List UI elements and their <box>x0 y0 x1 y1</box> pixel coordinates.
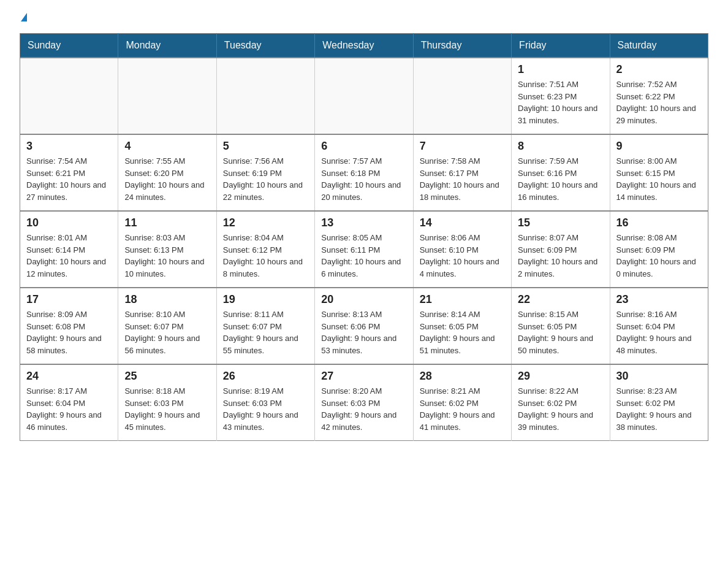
day-info: Sunrise: 8:21 AMSunset: 6:02 PMDaylight:… <box>420 385 505 433</box>
day-number: 23 <box>616 293 702 306</box>
calendar-cell <box>216 58 314 134</box>
calendar-cell: 9Sunrise: 8:00 AMSunset: 6:15 PMDaylight… <box>610 134 708 211</box>
day-info: Sunrise: 8:01 AMSunset: 6:14 PMDaylight:… <box>26 232 112 280</box>
calendar-cell: 8Sunrise: 7:59 AMSunset: 6:16 PMDaylight… <box>512 134 610 211</box>
day-number: 27 <box>321 370 406 383</box>
page-header <box>20 15 708 23</box>
day-number: 29 <box>518 370 603 383</box>
calendar-cell <box>315 58 413 134</box>
day-number: 16 <box>616 216 702 229</box>
day-info: Sunrise: 8:00 AMSunset: 6:15 PMDaylight:… <box>616 155 702 203</box>
day-number: 20 <box>321 293 406 306</box>
calendar-cell: 2Sunrise: 7:52 AMSunset: 6:22 PMDaylight… <box>610 58 708 134</box>
calendar-cell: 4Sunrise: 7:55 AMSunset: 6:20 PMDaylight… <box>118 134 216 211</box>
calendar-cell: 3Sunrise: 7:54 AMSunset: 6:21 PMDaylight… <box>20 134 118 211</box>
weekday-header-sunday: Sunday <box>20 34 118 58</box>
calendar-cell: 19Sunrise: 8:11 AMSunset: 6:07 PMDayligh… <box>216 288 314 364</box>
day-info: Sunrise: 8:22 AMSunset: 6:02 PMDaylight:… <box>518 385 603 433</box>
day-number: 11 <box>124 216 210 229</box>
calendar-cell: 29Sunrise: 8:22 AMSunset: 6:02 PMDayligh… <box>512 364 610 441</box>
day-number: 30 <box>616 370 702 383</box>
day-info: Sunrise: 8:04 AMSunset: 6:12 PMDaylight:… <box>223 232 308 280</box>
day-number: 26 <box>223 370 308 383</box>
logo-triangle-icon <box>21 13 27 21</box>
calendar-cell: 24Sunrise: 8:17 AMSunset: 6:04 PMDayligh… <box>20 364 118 441</box>
weekday-header-friday: Friday <box>512 34 610 58</box>
day-info: Sunrise: 8:18 AMSunset: 6:03 PMDaylight:… <box>124 385 210 433</box>
day-info: Sunrise: 8:08 AMSunset: 6:09 PMDaylight:… <box>616 232 702 280</box>
day-info: Sunrise: 7:55 AMSunset: 6:20 PMDaylight:… <box>124 155 210 203</box>
calendar-week-row: 24Sunrise: 8:17 AMSunset: 6:04 PMDayligh… <box>20 364 708 441</box>
day-info: Sunrise: 8:16 AMSunset: 6:04 PMDaylight:… <box>616 308 702 356</box>
day-info: Sunrise: 7:59 AMSunset: 6:16 PMDaylight:… <box>518 155 603 203</box>
day-info: Sunrise: 7:54 AMSunset: 6:21 PMDaylight:… <box>26 155 112 203</box>
calendar-cell: 13Sunrise: 8:05 AMSunset: 6:11 PMDayligh… <box>315 211 413 288</box>
calendar-cell: 17Sunrise: 8:09 AMSunset: 6:08 PMDayligh… <box>20 288 118 364</box>
day-number: 28 <box>420 370 505 383</box>
day-info: Sunrise: 8:03 AMSunset: 6:13 PMDaylight:… <box>124 232 210 280</box>
calendar-cell: 6Sunrise: 7:57 AMSunset: 6:18 PMDaylight… <box>315 134 413 211</box>
day-info: Sunrise: 8:20 AMSunset: 6:03 PMDaylight:… <box>321 385 406 433</box>
day-number: 6 <box>321 140 406 153</box>
day-number: 14 <box>420 216 505 229</box>
day-number: 12 <box>223 216 308 229</box>
day-number: 17 <box>26 293 112 306</box>
day-info: Sunrise: 8:10 AMSunset: 6:07 PMDaylight:… <box>124 308 210 356</box>
day-info: Sunrise: 7:52 AMSunset: 6:22 PMDaylight:… <box>616 79 702 126</box>
calendar-cell: 21Sunrise: 8:14 AMSunset: 6:05 PMDayligh… <box>413 288 511 364</box>
calendar-cell: 15Sunrise: 8:07 AMSunset: 6:09 PMDayligh… <box>512 211 610 288</box>
day-number: 1 <box>518 63 603 76</box>
weekday-header-wednesday: Wednesday <box>315 34 413 58</box>
day-number: 7 <box>420 140 505 153</box>
calendar-week-row: 1Sunrise: 7:51 AMSunset: 6:23 PMDaylight… <box>20 58 708 134</box>
calendar-cell <box>20 58 118 134</box>
day-info: Sunrise: 8:09 AMSunset: 6:08 PMDaylight:… <box>26 308 112 356</box>
calendar-cell: 14Sunrise: 8:06 AMSunset: 6:10 PMDayligh… <box>413 211 511 288</box>
weekday-header-saturday: Saturday <box>610 34 708 58</box>
calendar-week-row: 17Sunrise: 8:09 AMSunset: 6:08 PMDayligh… <box>20 288 708 364</box>
day-info: Sunrise: 7:58 AMSunset: 6:17 PMDaylight:… <box>420 155 505 203</box>
weekday-header-thursday: Thursday <box>413 34 511 58</box>
calendar-cell: 7Sunrise: 7:58 AMSunset: 6:17 PMDaylight… <box>413 134 511 211</box>
day-number: 25 <box>124 370 210 383</box>
logo <box>20 15 27 23</box>
day-info: Sunrise: 8:13 AMSunset: 6:06 PMDaylight:… <box>321 308 406 356</box>
day-info: Sunrise: 8:15 AMSunset: 6:05 PMDaylight:… <box>518 308 603 356</box>
day-number: 15 <box>518 216 603 229</box>
calendar-week-row: 3Sunrise: 7:54 AMSunset: 6:21 PMDaylight… <box>20 134 708 211</box>
calendar-cell <box>118 58 216 134</box>
day-info: Sunrise: 7:56 AMSunset: 6:19 PMDaylight:… <box>223 155 308 203</box>
calendar-cell: 10Sunrise: 8:01 AMSunset: 6:14 PMDayligh… <box>20 211 118 288</box>
calendar-cell: 16Sunrise: 8:08 AMSunset: 6:09 PMDayligh… <box>610 211 708 288</box>
day-number: 22 <box>518 293 603 306</box>
calendar-cell: 27Sunrise: 8:20 AMSunset: 6:03 PMDayligh… <box>315 364 413 441</box>
day-number: 13 <box>321 216 406 229</box>
day-number: 21 <box>420 293 505 306</box>
day-number: 18 <box>124 293 210 306</box>
calendar-cell: 28Sunrise: 8:21 AMSunset: 6:02 PMDayligh… <box>413 364 511 441</box>
calendar-cell <box>413 58 511 134</box>
calendar-cell: 12Sunrise: 8:04 AMSunset: 6:12 PMDayligh… <box>216 211 314 288</box>
day-number: 9 <box>616 140 702 153</box>
day-number: 24 <box>26 370 112 383</box>
calendar-week-row: 10Sunrise: 8:01 AMSunset: 6:14 PMDayligh… <box>20 211 708 288</box>
calendar-cell: 23Sunrise: 8:16 AMSunset: 6:04 PMDayligh… <box>610 288 708 364</box>
day-number: 10 <box>26 216 112 229</box>
day-info: Sunrise: 8:14 AMSunset: 6:05 PMDaylight:… <box>420 308 505 356</box>
day-number: 8 <box>518 140 603 153</box>
calendar-cell: 5Sunrise: 7:56 AMSunset: 6:19 PMDaylight… <box>216 134 314 211</box>
day-info: Sunrise: 8:11 AMSunset: 6:07 PMDaylight:… <box>223 308 308 356</box>
calendar-cell: 1Sunrise: 7:51 AMSunset: 6:23 PMDaylight… <box>512 58 610 134</box>
weekday-header-tuesday: Tuesday <box>216 34 314 58</box>
day-info: Sunrise: 7:57 AMSunset: 6:18 PMDaylight:… <box>321 155 406 203</box>
calendar-cell: 25Sunrise: 8:18 AMSunset: 6:03 PMDayligh… <box>118 364 216 441</box>
calendar-cell: 30Sunrise: 8:23 AMSunset: 6:02 PMDayligh… <box>610 364 708 441</box>
weekday-header-monday: Monday <box>118 34 216 58</box>
day-info: Sunrise: 8:05 AMSunset: 6:11 PMDaylight:… <box>321 232 406 280</box>
weekday-header-row: SundayMondayTuesdayWednesdayThursdayFrid… <box>20 34 708 58</box>
calendar-cell: 26Sunrise: 8:19 AMSunset: 6:03 PMDayligh… <box>216 364 314 441</box>
day-info: Sunrise: 8:07 AMSunset: 6:09 PMDaylight:… <box>518 232 603 280</box>
calendar-cell: 11Sunrise: 8:03 AMSunset: 6:13 PMDayligh… <box>118 211 216 288</box>
day-number: 4 <box>124 140 210 153</box>
day-number: 5 <box>223 140 308 153</box>
